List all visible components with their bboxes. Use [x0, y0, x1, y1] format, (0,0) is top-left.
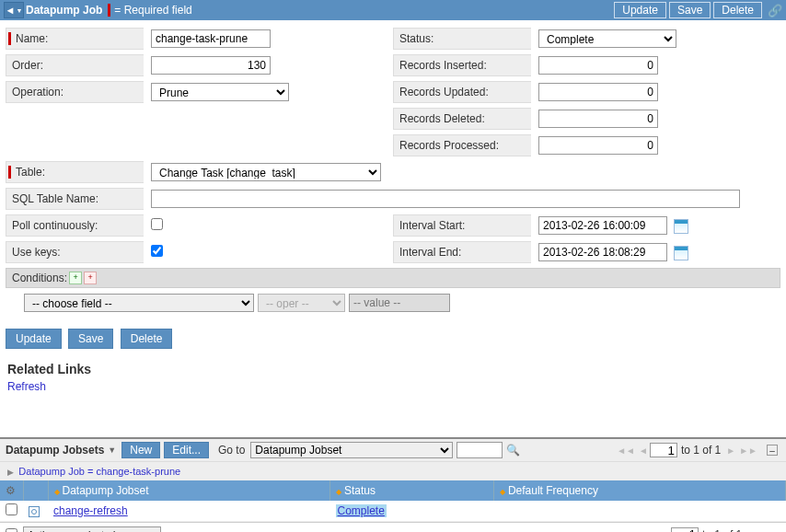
page-input-bottom[interactable] [671, 527, 699, 533]
interval-end-input[interactable] [538, 243, 667, 261]
order-label: Order: [6, 54, 144, 76]
filter-row: -- choose field -- -- oper -- [6, 288, 780, 318]
sort-icon: ◆ [500, 488, 505, 496]
conditions-bar: Conditions: + + [6, 268, 780, 288]
col-freq[interactable]: ◆Default Frequency [493, 480, 785, 501]
page-input[interactable] [650, 443, 677, 457]
status-select[interactable]: Complete [538, 29, 676, 48]
list-title: Datapump Jobsets [6, 444, 104, 457]
filter-value-input [349, 294, 450, 312]
arrow-left-icon: ◄ [6, 5, 16, 16]
goto-select[interactable]: Datapump Jobset [250, 442, 453, 458]
breadcrumb-link[interactable]: Datapump Job = change-task-prune [18, 466, 180, 477]
freq-cell [493, 501, 785, 522]
list-breadcrumb: ▶ Datapump Job = change-task-prune [0, 461, 786, 480]
list-table: ⚙ ◆Datapump Jobset ◆Status ◆Default Freq… [0, 480, 786, 522]
prev-page-icon[interactable]: ◄ [639, 445, 648, 456]
chevron-down-icon[interactable]: ▼ [108, 445, 116, 455]
calendar-icon[interactable] [674, 246, 688, 260]
header-bar: ◄ ▼ Datapump Job = Required field Update… [0, 0, 786, 20]
records-inserted-input[interactable] [538, 56, 658, 75]
select-all-checkbox[interactable] [6, 528, 17, 532]
col-status[interactable]: ◆Status [330, 480, 494, 501]
records-updated-label: Records Updated: [393, 81, 531, 103]
conditions-label: Conditions: [12, 272, 67, 284]
page-title: Datapump Job [26, 4, 102, 17]
form-area: Name: Order: Operation: Prune Status: Co… [0, 20, 786, 323]
records-updated-input[interactable] [538, 83, 658, 101]
gear-column: ⚙ [0, 480, 23, 501]
poll-label: Poll continuously: [6, 214, 144, 237]
page-range: to 1 of 1 [681, 444, 721, 457]
actions-select[interactable]: Actions on selected rows... [23, 526, 161, 533]
records-deleted-input[interactable] [538, 110, 658, 128]
delete-button-bottom[interactable]: Delete [121, 329, 173, 349]
list-footer: Actions on selected rows... ◄◄ ◄ to 1 of… [0, 522, 786, 532]
status-value: Complete [336, 504, 387, 517]
save-button-bottom[interactable]: Save [68, 329, 113, 349]
calendar-icon[interactable] [674, 219, 688, 234]
search-icon[interactable]: 🔍 [506, 444, 520, 457]
pager: ◄◄ ◄ to 1 of 1 ► ►► [615, 443, 759, 457]
preview-icon[interactable] [29, 506, 40, 517]
add-or-icon[interactable]: + [84, 272, 97, 284]
sort-icon: ◆ [336, 488, 341, 496]
back-button[interactable]: ◄ ▼ [4, 2, 24, 18]
delete-button[interactable]: Delete [713, 2, 762, 18]
new-button[interactable]: New [121, 442, 160, 458]
update-button[interactable]: Update [614, 2, 666, 18]
jobset-link[interactable]: change-refresh [53, 504, 128, 517]
records-inserted-label: Records Inserted: [393, 54, 531, 76]
refresh-link[interactable]: Refresh [7, 380, 46, 393]
filter-oper-select: -- oper -- [258, 294, 345, 312]
use-keys-label: Use keys: [6, 241, 144, 263]
page-range-bottom: to 1 of 1 [702, 528, 742, 533]
required-field-legend: = Required field [108, 4, 191, 17]
save-button[interactable]: Save [669, 2, 711, 18]
first-page-icon[interactable]: ◄◄ [617, 445, 635, 456]
next-page-icon[interactable]: ► [726, 445, 735, 456]
interval-start-label: Interval Start: [393, 214, 531, 237]
list-header: Datapump Jobsets ▼ New Edit... Go to Dat… [0, 437, 786, 461]
filter-field-select[interactable]: -- choose field -- [24, 294, 254, 312]
gear-icon[interactable]: ⚙ [6, 484, 16, 497]
poll-checkbox[interactable] [151, 218, 163, 230]
table-row: change-refreshComplete [0, 501, 786, 522]
check-column [23, 480, 48, 501]
chevron-down-icon: ▼ [16, 7, 22, 14]
status-label: Status: [393, 28, 531, 50]
sort-icon: ◆ [54, 488, 60, 496]
records-deleted-label: Records Deleted: [393, 108, 531, 130]
records-processed-input[interactable] [538, 136, 658, 155]
col-jobset[interactable]: ◆Datapump Jobset [48, 480, 330, 501]
required-bar-icon [108, 4, 110, 17]
sql-table-label: SQL Table Name: [6, 188, 144, 210]
related-links-heading: Related Links [7, 362, 779, 376]
operation-label: Operation: [6, 81, 144, 103]
paperclip-icon[interactable]: 🔗 [768, 4, 782, 17]
name-input[interactable] [151, 29, 271, 48]
use-keys-checkbox[interactable] [151, 245, 163, 257]
order-input[interactable] [151, 56, 271, 75]
related-list: Datapump Jobsets ▼ New Edit... Go to Dat… [0, 437, 786, 532]
pager-bottom: ◄◄ ◄ to 1 of 1 ► ►► [636, 527, 780, 533]
row-checkbox[interactable] [6, 503, 17, 515]
collapse-icon[interactable]: – [767, 445, 778, 456]
table-select[interactable]: Change Task [change_task] [151, 163, 381, 181]
last-page-icon[interactable]: ►► [739, 445, 757, 456]
goto-input[interactable] [457, 442, 503, 458]
add-and-icon[interactable]: + [69, 272, 82, 284]
action-bar: Update Save Delete [0, 323, 786, 354]
chevron-right-icon: ▶ [7, 468, 14, 477]
records-processed-label: Records Processed: [393, 134, 531, 156]
update-button-bottom[interactable]: Update [6, 329, 62, 349]
sql-table-input[interactable] [151, 190, 740, 208]
edit-button[interactable]: Edit... [164, 442, 209, 458]
table-label: Table: [6, 161, 144, 183]
operation-select[interactable]: Prune [151, 83, 289, 101]
name-label: Name: [6, 28, 144, 50]
related-links: Related Links Refresh [0, 354, 786, 400]
goto-label: Go to [218, 444, 245, 457]
interval-start-input[interactable] [538, 216, 667, 235]
interval-end-label: Interval End: [393, 241, 531, 263]
